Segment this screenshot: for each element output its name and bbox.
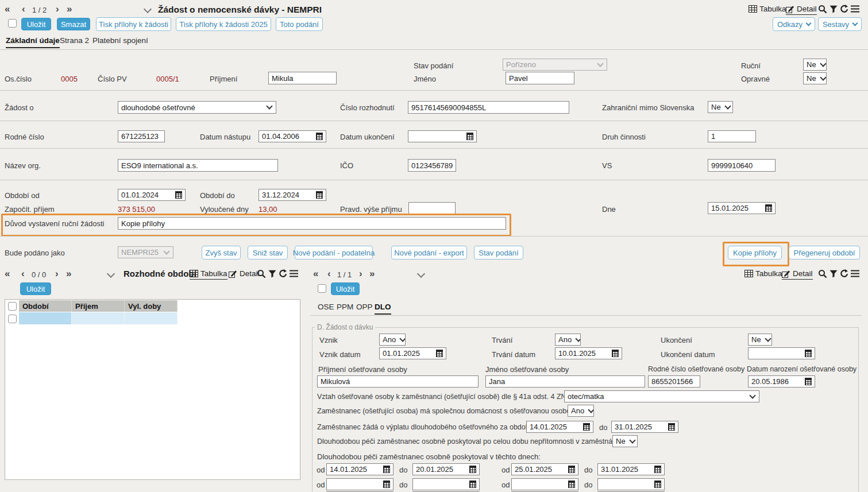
vs-input[interactable]: 9999910640 [708, 159, 776, 172]
calendar-icon[interactable] [316, 191, 323, 199]
calendar-icon[interactable] [805, 350, 812, 357]
menu-icon[interactable] [851, 5, 859, 13]
calendar-icon[interactable] [466, 133, 473, 140]
left-save-button[interactable]: Uložit [20, 282, 51, 295]
filter-icon[interactable] [830, 5, 838, 13]
obdobi-do-input[interactable]: 31.12.2024 [259, 189, 326, 201]
calendar-icon[interactable] [383, 466, 390, 473]
prijmeni-osoby-input[interactable]: Mikulová [317, 375, 479, 388]
kopie-prilohy-button[interactable]: Kopie přílohy [728, 246, 782, 259]
print-attachment-button[interactable]: Tisk přílohy k žádosti [96, 17, 171, 31]
dny-1-od-input[interactable]: 25.01.2025 [511, 463, 578, 475]
calendar-icon[interactable] [668, 423, 675, 431]
jmeno-input[interactable]: Pavel [506, 72, 574, 84]
calendar-icon[interactable] [175, 191, 182, 199]
view-detail-toggle[interactable]: Detail [786, 5, 817, 15]
ico-input[interactable]: 0123456789 [408, 159, 456, 172]
left-prev-record-icon[interactable]: ‹ [21, 270, 25, 278]
right-menu-icon[interactable] [851, 270, 859, 277]
druh-cinnosti-input[interactable]: 1 [708, 130, 756, 142]
refresh-icon[interactable] [840, 5, 848, 13]
left-search-icon[interactable] [257, 269, 266, 278]
vztah-select[interactable]: otec/matka [564, 390, 759, 402]
table-row-checkbox[interactable] [8, 315, 17, 323]
this-submission-button[interactable]: Toto podání [276, 17, 323, 31]
nove-podani-podatelna-button[interactable]: Nové podání - podatelna [295, 246, 373, 259]
rucni-select[interactable]: Ne [803, 59, 827, 71]
save-button[interactable]: Uložit [21, 18, 51, 30]
calendar-icon[interactable] [469, 466, 476, 473]
next-record-icon[interactable]: › [56, 5, 59, 13]
table-row-cell[interactable] [19, 312, 72, 324]
nove-podani-export-button[interactable]: Nové podání - export [391, 246, 467, 259]
stav-podani-button[interactable]: Stav podání [474, 246, 523, 259]
pregeneruj-obdobi-button[interactable]: Přegeneruj období [789, 246, 860, 259]
rodne-cislo-osoby-input[interactable]: 8655201566 [648, 375, 700, 388]
dny-2-od-input[interactable] [326, 478, 394, 490]
dny-3-od-input[interactable] [511, 478, 578, 490]
tab-zakladni-udaje[interactable]: Základní údaje [6, 36, 60, 48]
vznik-select[interactable]: Ano [379, 334, 406, 346]
vznik-datum-input[interactable]: 01.01.2025 [379, 347, 446, 359]
tab-ose[interactable]: OSE [318, 303, 334, 311]
ukonceni-datum-input[interactable] [748, 347, 815, 359]
spolecna-domacnost-select[interactable]: Ano [568, 405, 594, 417]
tab-opp[interactable]: OPP [356, 303, 373, 311]
left-filter-icon[interactable] [268, 270, 276, 278]
dny-3-do-input[interactable] [597, 478, 665, 490]
jmeno-osoby-input[interactable]: Jana [485, 375, 645, 388]
trvani-datum-input[interactable]: 10.01.2025 [555, 347, 622, 359]
right-refresh-icon[interactable] [840, 269, 848, 278]
right-last-record-icon[interactable]: » [369, 270, 375, 278]
prev-record-icon[interactable]: ‹ [22, 5, 25, 13]
chevron-down-icon[interactable] [417, 270, 425, 278]
dny-0-do-input[interactable]: 20.01.2025 [412, 463, 480, 475]
vyplata-od-input[interactable]: 14.01.2025 [526, 421, 593, 433]
tab-platebni-spojeni[interactable]: Platební spojení [92, 36, 148, 45]
sniz-stav-button[interactable]: Sniž stav [248, 246, 288, 259]
calendar-icon[interactable] [765, 204, 772, 212]
select-record-checkbox[interactable] [8, 19, 17, 28]
calendar-icon[interactable] [568, 466, 575, 473]
left-menu-icon[interactable] [290, 270, 298, 277]
right-search-icon[interactable] [818, 269, 827, 278]
calendar-icon[interactable] [805, 378, 812, 385]
datum-narozeni-osoby-input[interactable]: 20.05.1986 [748, 375, 815, 388]
duvod-rucni-input[interactable]: Kopie přílohy [118, 217, 506, 230]
reports-dropdown-button[interactable]: Sestavy [818, 17, 862, 31]
right-save-button[interactable]: Uložit [331, 282, 360, 295]
trvani-select[interactable]: Ano [555, 334, 581, 346]
calendar-icon[interactable] [583, 423, 590, 431]
right-prev-record-icon[interactable]: ‹ [327, 270, 331, 278]
dny-1-do-input[interactable]: 31.01.2025 [597, 463, 665, 475]
nazev-org-input[interactable]: ESO9 international a.s. [118, 159, 278, 172]
tab-ppm[interactable]: PPM [337, 303, 353, 311]
left-first-record-icon[interactable]: « [5, 270, 10, 278]
calendar-icon[interactable] [436, 350, 443, 357]
column-header-vyl-doby[interactable]: Vyl. doby [125, 300, 178, 312]
chevron-down-icon[interactable] [107, 270, 115, 278]
tab-strana-2[interactable]: Strana 2 [60, 36, 89, 45]
datum-ukonceni-input[interactable] [408, 130, 477, 142]
prijmeni-input[interactable]: Mikula [268, 72, 337, 84]
ukonceni-select[interactable]: Ne [748, 334, 772, 346]
right-first-record-icon[interactable]: « [313, 270, 318, 278]
dne-input[interactable]: 15.01.2025 [708, 202, 776, 214]
right-view-table-toggle[interactable]: Tabulka [744, 269, 782, 278]
column-header-obdobi[interactable]: Období [19, 300, 72, 312]
left-view-table-toggle[interactable]: Tabulka [190, 269, 227, 280]
left-next-record-icon[interactable]: › [55, 270, 59, 278]
calendar-icon[interactable] [316, 133, 323, 140]
rodne-cislo-input[interactable]: 671225123 [118, 130, 165, 142]
pece-celou-dobu-select[interactable]: Ne [612, 435, 638, 447]
calendar-icon[interactable] [383, 481, 390, 488]
zadost-o-select[interactable]: dlouhodobé ošetřovné [118, 101, 276, 114]
calendar-icon[interactable] [654, 481, 661, 488]
calendar-icon[interactable] [654, 466, 661, 473]
calendar-icon[interactable] [469, 481, 476, 488]
datum-nastupu-input[interactable]: 01.04.2006 [259, 130, 326, 142]
opravne-select[interactable]: Ne [803, 72, 827, 84]
table-header-checkbox[interactable] [8, 302, 17, 311]
right-select-record-checkbox[interactable] [318, 284, 326, 293]
print-attachment-2025-button[interactable]: Tisk přílohy k žádosti 2025 [176, 17, 271, 31]
